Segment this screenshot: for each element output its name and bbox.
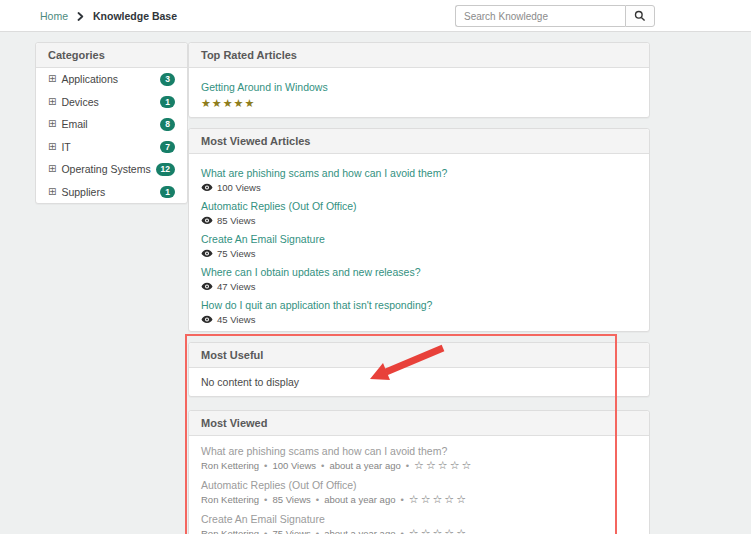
article-age: about a year ago — [329, 460, 400, 471]
article-meta: Ron Kettering • 85 Views • about a year … — [201, 492, 637, 506]
eye-icon — [201, 282, 213, 291]
sidebar-item-email[interactable]: ⊞ Email 8 — [36, 113, 187, 136]
empty-state-text: No content to display — [189, 368, 649, 396]
article-list-item: Create An Email Signature Ron Kettering … — [201, 513, 637, 534]
separator-dot: • — [264, 494, 267, 505]
article-link[interactable]: Getting Around in Windows — [201, 81, 328, 93]
count-badge: 8 — [160, 118, 175, 131]
category-label: Email — [61, 118, 87, 130]
article-list-item: Automatic Replies (Out Of Office) Ron Ke… — [201, 479, 637, 506]
most-viewed-panel: Most Viewed What are phishing scams and … — [188, 410, 650, 534]
sidebar-item-suppliers[interactable]: ⊞ Suppliers 1 — [36, 181, 187, 204]
article-link[interactable]: How do I quit an application that isn't … — [201, 299, 432, 312]
rating-stars-empty: ☆☆☆☆☆ — [414, 460, 473, 471]
eye-icon — [201, 183, 213, 192]
panel-title: Top Rated Articles — [189, 43, 649, 68]
breadcrumb-current: Knowledge Base — [93, 10, 177, 22]
sidebar-item-applications[interactable]: ⊞ Applications 3 — [36, 68, 187, 91]
views-row: 75 Views — [201, 247, 637, 259]
rating-stars-empty: ☆☆☆☆☆ — [409, 528, 468, 534]
category-label: Applications — [61, 73, 118, 85]
article-title[interactable]: Automatic Replies (Out Of Office) — [201, 479, 637, 492]
separator-dot: • — [400, 528, 403, 534]
expand-plus-icon[interactable]: ⊞ — [48, 187, 56, 197]
separator-dot: • — [406, 460, 409, 471]
panel-body: Getting Around in Windows ★★★★★ — [189, 68, 649, 117]
panel-body: What are phishing scams and how can I av… — [189, 154, 649, 331]
category-label: Operating Systems — [61, 163, 150, 175]
expand-plus-icon[interactable]: ⊞ — [48, 142, 56, 152]
separator-dot: • — [264, 528, 267, 534]
expand-plus-icon[interactable]: ⊞ — [48, 74, 56, 84]
article-list-item: Where can I obtain updates and new relea… — [201, 262, 637, 292]
panel-body: What are phishing scams and how can I av… — [189, 436, 649, 534]
panel-title: Most Viewed Articles — [189, 129, 649, 154]
categories-panel: Categories ⊞ Applications 3 ⊞ Devices 1 … — [35, 42, 188, 204]
separator-dot: • — [400, 494, 403, 505]
category-label: IT — [61, 141, 70, 153]
article-list-item: What are phishing scams and how can I av… — [201, 445, 637, 472]
sidebar-item-it[interactable]: ⊞ IT 7 — [36, 136, 187, 159]
view-count: 75 Views — [217, 248, 255, 259]
count-badge: 7 — [160, 141, 175, 154]
expand-plus-icon[interactable]: ⊞ — [48, 164, 56, 174]
top-rated-articles-panel: Top Rated Articles Getting Around in Win… — [188, 42, 650, 118]
view-count: 85 Views — [217, 215, 255, 226]
author-name: Ron Kettering — [201, 494, 259, 505]
count-badge: 3 — [160, 73, 175, 86]
views-row: 47 Views — [201, 280, 637, 292]
search-button[interactable] — [625, 5, 655, 27]
knowledge-search — [455, 5, 655, 27]
article-link[interactable]: What are phishing scams and how can I av… — [201, 167, 447, 180]
view-count: 100 Views — [272, 460, 316, 471]
view-count: 75 Views — [272, 528, 310, 534]
article-age: about a year ago — [324, 494, 395, 505]
count-badge: 1 — [160, 186, 175, 199]
views-row: 45 Views — [201, 313, 637, 325]
expand-plus-icon[interactable]: ⊞ — [48, 119, 56, 129]
expand-plus-icon[interactable]: ⊞ — [48, 97, 56, 107]
breadcrumb-home-link[interactable]: Home — [40, 10, 68, 22]
article-list-item: Automatic Replies (Out Of Office) 85 Vie… — [201, 196, 637, 226]
panel-title: Most Viewed — [189, 411, 649, 436]
article-list-item: How do I quit an application that isn't … — [201, 295, 637, 325]
separator-dot: • — [264, 460, 267, 471]
eye-icon — [201, 249, 213, 258]
category-label: Devices — [61, 96, 98, 108]
eye-icon — [201, 216, 213, 225]
count-badge: 12 — [156, 163, 175, 176]
view-count: 100 Views — [217, 182, 261, 193]
most-useful-panel: Most Useful No content to display — [188, 342, 650, 397]
view-count: 47 Views — [217, 281, 255, 292]
article-list-item: What are phishing scams and how can I av… — [201, 163, 637, 193]
sidebar-item-operating-systems[interactable]: ⊞ Operating Systems 12 — [36, 158, 187, 181]
eye-icon — [201, 315, 213, 324]
view-count: 85 Views — [272, 494, 310, 505]
rating-stars-empty: ☆☆☆☆☆ — [409, 494, 468, 505]
article-title[interactable]: What are phishing scams and how can I av… — [201, 445, 637, 458]
sidebar-item-devices[interactable]: ⊞ Devices 1 — [36, 91, 187, 114]
article-meta: Ron Kettering • 75 Views • about a year … — [201, 526, 637, 534]
separator-dot: • — [321, 460, 324, 471]
chevron-right-icon — [77, 12, 84, 21]
view-count: 45 Views — [217, 314, 255, 325]
search-input[interactable] — [455, 5, 625, 27]
article-link[interactable]: Create An Email Signature — [201, 233, 325, 246]
separator-dot: • — [316, 528, 319, 534]
author-name: Ron Kettering — [201, 528, 259, 534]
views-row: 85 Views — [201, 214, 637, 226]
views-row: 100 Views — [201, 181, 637, 193]
article-age: about a year ago — [324, 528, 395, 534]
top-bar: Home Knowledge Base — [0, 0, 751, 32]
main-content: Top Rated Articles Getting Around in Win… — [188, 42, 650, 534]
article-link[interactable]: Automatic Replies (Out Of Office) — [201, 200, 357, 213]
rating-stars-filled: ★★★★★ — [201, 97, 637, 110]
article-link[interactable]: Where can I obtain updates and new relea… — [201, 266, 420, 279]
article-title[interactable]: Create An Email Signature — [201, 513, 637, 526]
breadcrumb: Home Knowledge Base — [40, 0, 177, 32]
separator-dot: • — [316, 494, 319, 505]
categories-panel-title: Categories — [36, 43, 187, 68]
panel-title: Most Useful — [189, 343, 649, 368]
search-icon — [634, 10, 646, 22]
category-label: Suppliers — [61, 186, 105, 198]
